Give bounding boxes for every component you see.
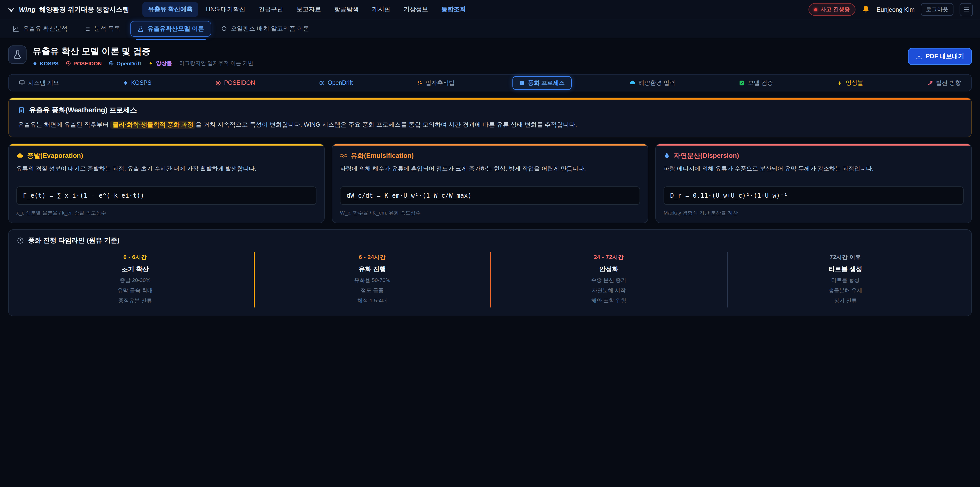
dispersion-formula: D_r = 0.11·(U_w+U_c)²·(1+U_w)⁻¹	[663, 186, 964, 204]
phase-period: 24 - 72시간	[496, 253, 721, 261]
grid-card-icon	[519, 80, 525, 86]
timeline-phase-2: 6 - 24시간 유화 진행 유화율 50-70% 점도 급증 체적 1.5-4…	[253, 252, 490, 307]
section-tab-ensemble[interactable]: 앙상블	[831, 77, 870, 89]
phase-item: 증발 20-30%	[22, 276, 248, 284]
phase-period: 72시간 이후	[733, 253, 958, 261]
weathering-title: 유출유 풍화(Weathering) 프로세스	[29, 106, 137, 115]
emulsification-card: 유화(Emulsification) 파랑에 의해 해수가 유류에 혼입되어 점…	[332, 143, 648, 223]
phase-item: 생물분해 우세	[733, 287, 958, 294]
weathering-description: 유출유는 해면에 유출된 직후부터 물리·화학·생물학적 풍화 과정을 거쳐 지…	[18, 120, 962, 129]
top-nav-right: 사고 진행중 Eunjeong Kim 로그아웃	[808, 3, 973, 16]
phase-name: 초기 확산	[22, 265, 248, 273]
phase-item: 타르볼 형성	[733, 276, 958, 284]
chart-icon	[13, 25, 19, 32]
phase-item: 수중 분산 증가	[496, 276, 721, 284]
globe-icon	[109, 61, 114, 66]
section-tab-weathering-process[interactable]: 풍화 프로세스	[513, 76, 571, 89]
phase-item: 유막 급속 확대	[22, 287, 248, 294]
page-header: 유출유 확산 모델 이론 및 검증 KOSPS POSEIDON OpenDri…	[0, 38, 980, 72]
phase-item: 해안 표착 위험	[496, 297, 721, 304]
card-footnote: W_c: 함수율 / K_em: 유화 속도상수	[340, 209, 640, 216]
cloud-icon	[16, 152, 24, 159]
app-root: Wing 해양환경 위기대응 통합시스템 유출유 확산예측 HNS·대기확산 긴…	[0, 0, 980, 487]
wave-icon	[340, 152, 347, 159]
weathering-timeline-card: 풍화 진행 타임라인 (원유 기준) 0 - 6시간 초기 확산 증발 20-3…	[8, 229, 972, 316]
card-title: 증발(Evaporation)	[27, 151, 83, 160]
check-square-icon	[739, 80, 745, 86]
emulsification-formula: dW_c/dt = K_em·U_w²·(1-W_c/W_max)	[340, 186, 640, 204]
diamond-icon	[33, 61, 37, 65]
tab-label: 분석 목록	[94, 24, 121, 33]
lightning-icon	[837, 80, 843, 86]
card-description: 유류의 경질 성분이 대기로 증발하는 과정. 유출 초기 수시간 내에 가장 …	[16, 164, 317, 182]
phase-period: 6 - 24시간	[259, 253, 485, 261]
tab-diffusion-model-theory[interactable]: 유출유확산모델 이론	[130, 21, 211, 37]
sub-tab-bar: 유출유 확산분석 분석 목록 유출유확산모델 이론 오일펜스 배치 알고리즘 이…	[0, 19, 980, 38]
circle-icon	[221, 26, 227, 32]
poseidon-badge: POSEIDON	[66, 60, 102, 66]
tab-spill-analysis[interactable]: 유출유 확산분석	[6, 21, 74, 36]
section-tab-marine-environment-input[interactable]: 해양환경 입력	[623, 77, 681, 89]
nav-item-hns-atmospheric[interactable]: HNS·대기확산	[200, 2, 251, 17]
nav-item-aerial-search[interactable]: 항공탐색	[329, 2, 364, 17]
nav-item-board[interactable]: 게시판	[366, 2, 396, 17]
pdf-export-button[interactable]: PDF 내보내기	[908, 48, 972, 65]
section-tab-opendrift[interactable]: OpenDrift	[313, 77, 359, 88]
section-tab-bar: 시스템 개요 KOSPS POSEIDON OpenDrift 입자추적법 풍화…	[8, 74, 972, 91]
incident-status-badge[interactable]: 사고 진행중	[808, 3, 856, 16]
phase-item: 중질유분 잔류	[22, 297, 248, 304]
nav-item-oil-spill-prediction[interactable]: 유출유 확산예측	[142, 2, 198, 17]
nav-item-integrated-search[interactable]: 통합조회	[436, 2, 472, 17]
hamburger-menu-button[interactable]	[959, 3, 973, 16]
phase-item: 자연분해 시작	[496, 287, 721, 294]
target-icon	[215, 80, 221, 86]
timeline-phases: 0 - 6시간 초기 확산 증발 20-30% 유막 급속 확대 중질유분 잔류…	[17, 252, 963, 307]
dispersion-card: 자연분산(Dispersion) 파랑 에너지에 의해 유류가 수중으로 분산되…	[655, 143, 972, 223]
notification-bell-icon[interactable]	[862, 5, 870, 14]
alert-dot-icon	[814, 8, 817, 11]
section-tab-poseidon[interactable]: POSEIDON	[209, 77, 261, 88]
card-description: 파랑 에너지에 의해 유류가 수중으로 분산되어 유막 두께가 감소하는 과정입…	[663, 164, 964, 182]
weathering-overview-panel: 유출유 풍화(Weathering) 프로세스 유출유는 해면에 유출된 직후부…	[8, 97, 972, 137]
phase-item: 체적 1.5-4배	[259, 297, 485, 304]
section-tab-kosps[interactable]: KOSPS	[117, 77, 158, 88]
process-cards: 증발(Evaporation) 유류의 경질 성분이 대기로 증발하는 과정. …	[8, 143, 972, 223]
tab-oil-fence-algorithm-theory[interactable]: 오일펜스 배치 알고리즘 이론	[215, 21, 316, 36]
incident-status-label: 사고 진행중	[820, 6, 850, 13]
target-icon	[66, 61, 71, 66]
timeline-title: 풍화 진행 타임라인 (원유 기준)	[28, 236, 119, 245]
tab-label: 유출유 확산분석	[23, 24, 68, 33]
section-tab-system-overview[interactable]: 시스템 개요	[13, 77, 65, 89]
globe-icon	[319, 80, 325, 86]
app-brand[interactable]: Wing 해양환경 위기대응 통합시스템	[7, 5, 129, 14]
brand-logo-text: Wing	[19, 6, 36, 13]
tab-analysis-list[interactable]: 분석 목록	[77, 21, 127, 36]
rocket-icon	[927, 80, 933, 86]
ensemble-badge: 앙상블	[148, 60, 172, 67]
evaporation-card: 증발(Evaporation) 유류의 경질 성분이 대기로 증발하는 과정. …	[8, 143, 325, 223]
weathering-highlight: 물리·화학·생물학적 풍화 과정	[110, 121, 196, 129]
card-title: 유화(Emulsification)	[351, 151, 414, 160]
nav-item-reports[interactable]: 보고자료	[291, 2, 327, 17]
user-name: Eunjeong Kim	[877, 6, 915, 13]
logout-button[interactable]: 로그아웃	[921, 3, 953, 16]
section-tab-particle-tracking[interactable]: 입자추적법	[410, 77, 461, 89]
card-description: 파랑에 의해 해수가 유류에 혼입되어 점도가 크게 증가하는 현상. 방제 작…	[340, 164, 640, 182]
kosps-badge: KOSPS	[33, 60, 59, 66]
section-tab-model-validation[interactable]: 모델 검증	[733, 77, 779, 89]
timeline-phase-3: 24 - 72시간 안정화 수중 분산 증가 자연분해 시작 해안 표착 위험	[490, 252, 727, 307]
phase-name: 타르볼 생성	[733, 265, 958, 273]
main-menu: 유출유 확산예측 HNS·대기확산 긴급구난 보고자료 항공탐색 게시판 기상정…	[142, 2, 471, 17]
phase-period: 0 - 6시간	[22, 253, 248, 261]
nav-item-emergency-rescue[interactable]: 긴급구난	[253, 2, 289, 17]
particles-icon	[417, 80, 422, 86]
phase-item: 유화율 50-70%	[259, 276, 485, 284]
opendrift-badge: OpenDrift	[109, 60, 141, 66]
timeline-phase-1: 0 - 6시간 초기 확산 증발 20-30% 유막 급속 확대 중질유분 잔류	[17, 252, 253, 307]
section-tab-future-direction[interactable]: 발전 방향	[921, 77, 967, 89]
model-badges: KOSPS POSEIDON OpenDrift 앙상블 라그랑지안 입자추적 …	[33, 60, 253, 67]
download-icon	[915, 53, 922, 59]
tab-label: 오일펜스 배치 알고리즘 이론	[231, 24, 309, 33]
nav-item-weather-info[interactable]: 기상정보	[398, 2, 434, 17]
card-footnote: Mackay 경험식 기반 분산률 계산	[663, 209, 964, 216]
